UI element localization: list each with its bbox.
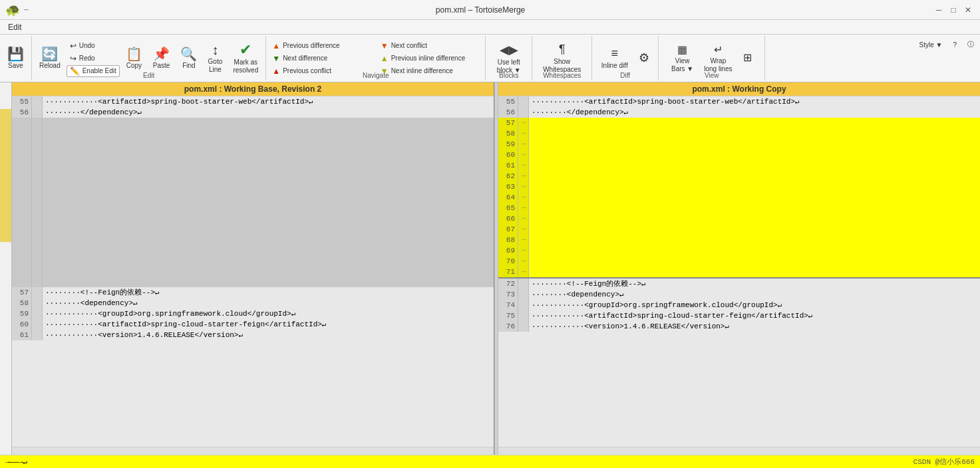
table-row: 75 ············<artifactId>spring-cloud-… [498,310,980,321]
help-button[interactable]: ? [949,39,960,51]
next-diff-icon: ▼ [272,54,280,63]
view-group-label: View [659,72,764,79]
prev-inline-icon: ▲ [381,54,389,63]
table-row: 59 ············<groupId>org.springframew… [12,308,494,319]
table-row: 65 → [498,203,980,213]
close-button[interactable]: ✕ [961,3,975,17]
table-row: 57 → [498,118,980,128]
navigate-group-label: Navigate [266,72,485,79]
redo-button[interactable]: ↪ Redo [67,53,120,64]
table-row: 60 ············<artifactId>spring-cloud-… [12,319,494,330]
use-left-block-icon: ◀▶ [500,43,518,57]
table-row: 74 ············<groupId>org.springframew… [498,300,980,310]
table-row: 55 ············<artifactId>spring-boot-s… [498,96,980,107]
table-row [12,231,494,242]
inline-diff-button[interactable]: ≡ Inline diff [597,42,633,75]
find-icon: 🔍 [180,47,197,60]
right-pane-hscroll[interactable] [498,447,980,455]
table-row [12,208,494,219]
whitespace-icon: ¶ [559,43,566,57]
menu-item-edit[interactable]: Edit [3,21,27,33]
table-row: 61 ············<version>1.4.6.RELEASE</v… [12,330,494,340]
next-diff-button[interactable]: ▼ Next difference [269,53,375,64]
table-row: 67 → [498,224,980,235]
mark-resolved-button[interactable]: ✔ Mark as resolved [228,42,263,75]
table-row: 59 → [498,139,980,150]
save-button[interactable]: 💾 Save [3,42,29,75]
diff-options-icon: ⚙ [639,51,649,65]
right-diff-pane: pom.xml : Working Copy 55 ············<a… [498,82,980,455]
use-left-block-button[interactable]: ◀▶ Use left block ▼ [489,42,529,75]
inline-diff-icon: ≡ [611,47,618,60]
table-row: 63 → [498,181,980,192]
minimize-button[interactable]: ─ [932,3,945,17]
reload-icon: 🔄 [41,47,58,60]
left-pane-hscroll[interactable] [12,447,494,455]
table-row [12,276,494,287]
find-button[interactable]: 🔍 Find [176,42,202,75]
goto-line-button[interactable]: ↕ Goto Line [203,42,227,75]
title-bar: 🐢 ─ pom.xml – TortoiseMerge ─ □ ✕ [0,0,980,20]
table-row: 56 ········</dependency>↵ [12,107,494,118]
top-right-controls: Style ▼ ? ⓘ [916,39,977,51]
undo-button[interactable]: ↩ Undo [67,40,120,52]
app-icon: 🐢 [5,3,20,17]
toolbar: 💾 Save 🔄 Reload ↩ Undo ↪ Redo ✏ [0,35,980,82]
bottom-bar-content: →——→↵ [5,457,27,466]
undo-icon: ↩ [70,41,77,51]
wrap-long-lines-button[interactable]: ↵ Wrap long lines [699,42,736,75]
info-button[interactable]: ⓘ [964,39,977,51]
table-row [12,129,494,140]
blocks-group-label: Blocks [486,72,532,79]
toolbar-group-view: ▦ View Bars ▼ ↵ Wrap long lines ⊞ View [659,36,765,80]
copy-button[interactable]: 📋 Copy [121,42,147,75]
view-bars-icon: ▦ [677,43,687,56]
table-row: 62 → [498,171,980,181]
table-row [12,140,494,152]
left-diff-pane: pom.xml : Working Base, Revision 2 55 ··… [12,82,494,455]
next-conflict-button[interactable]: ▼ Next conflict [377,40,483,52]
goto-icon: ↕ [212,43,218,57]
maximize-button[interactable]: □ [947,3,960,17]
prev-diff-button[interactable]: ▲ Previous difference [269,40,375,52]
table-row [12,265,494,276]
paste-button[interactable]: 📌 Paste [148,42,175,75]
prev-inline-diff-button[interactable]: ▲ Previous inline difference [377,53,483,64]
diff-group-label: Diff [592,72,658,79]
left-pane-header: pom.xml : Working Base, Revision 2 [12,82,494,96]
table-row: 70 → [498,256,980,267]
prev-diff-icon: ▲ [272,41,280,51]
save-row: 💾 Save [3,37,29,79]
table-row: 69 → [498,245,980,256]
view-bars-button[interactable]: ▦ View Bars ▼ [667,42,698,75]
table-row: 71 → [498,267,980,279]
reload-button[interactable]: 🔄 Reload [35,42,65,75]
table-row: 68 → [498,235,980,245]
table-row: 64 → [498,192,980,203]
title-bar-controls: ─ □ ✕ [932,3,975,17]
view-extra-button[interactable]: ⊞ [738,42,757,75]
show-whitespaces-button[interactable]: ¶ Show Whitespaces [536,42,589,75]
style-dropdown-button[interactable]: Style ▼ [916,39,946,51]
title-bar-left: 🐢 ─ [5,3,29,17]
window-menu-icon: ─ [24,6,29,13]
table-row [12,118,494,129]
toolbar-group-save: 💾 Save [0,36,32,80]
table-row: 58 → [498,128,980,139]
wrap-icon: ↵ [714,43,723,56]
paste-icon: 📌 [153,47,170,60]
save-icon: 💾 [7,47,24,60]
check-icon: ✔ [240,43,251,57]
menu-bar: Edit [0,20,980,35]
table-row: 60 → [498,150,980,160]
table-row [12,163,494,174]
table-row: 57 ········<!--Feign的依赖-->↵ [12,287,494,298]
watermark: CSDN @信小乐666 [913,457,975,467]
table-row [12,174,494,185]
table-row: 56 ········</dependency>↵ [498,107,980,118]
table-row [12,197,494,208]
right-pane-content[interactable]: 55 ············<artifactId>spring-boot-s… [498,96,980,447]
table-row: 61 → [498,160,980,171]
left-pane-content[interactable]: 55 ············<artifactId>spring-boot-s… [12,96,494,447]
diff-options-button[interactable]: ⚙ [634,42,654,75]
